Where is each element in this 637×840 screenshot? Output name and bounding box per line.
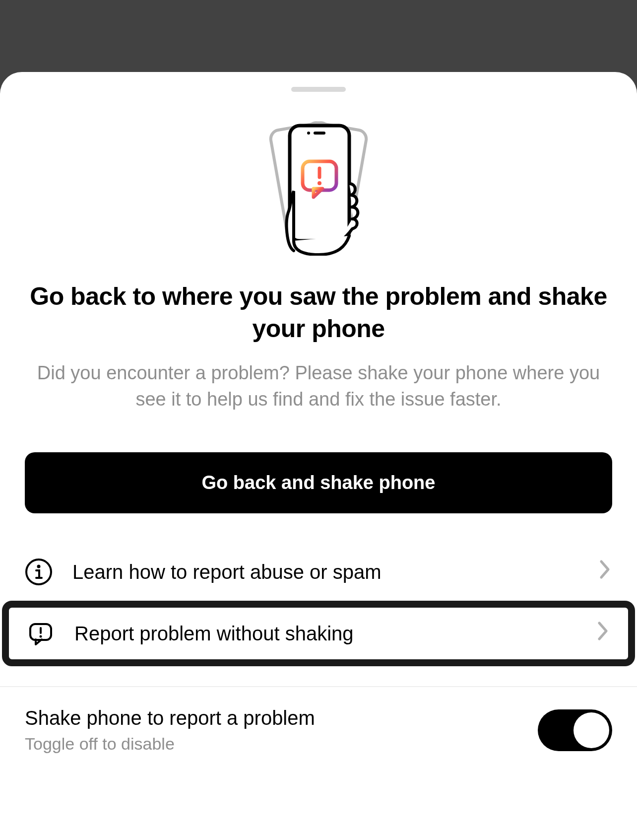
info-icon — [25, 558, 53, 586]
shake-toggle-section: Shake phone to report a problem Toggle o… — [0, 687, 637, 754]
svg-point-4 — [307, 132, 310, 135]
chat-alert-icon — [27, 620, 55, 647]
svg-point-7 — [318, 181, 321, 185]
sheet-title: Go back to where you saw the problem and… — [0, 280, 637, 345]
shake-report-toggle[interactable] — [538, 709, 612, 751]
toggle-title: Shake phone to report a problem — [25, 707, 538, 729]
svg-point-12 — [40, 635, 42, 638]
chevron-right-icon — [598, 559, 612, 585]
primary-button-label: Go back and shake phone — [202, 472, 436, 493]
sheet-subtitle: Did you encounter a problem? Please shak… — [0, 360, 637, 413]
toggle-text: Shake phone to report a problem Toggle o… — [25, 707, 538, 754]
row-label: Report problem without shaking — [74, 623, 596, 645]
svg-point-9 — [37, 565, 41, 568]
highlighted-row-frame: Report problem without shaking — [2, 601, 635, 666]
learn-report-abuse-row[interactable]: Learn how to report abuse or spam — [0, 543, 637, 601]
chevron-right-icon — [596, 620, 610, 647]
shake-phone-illustration — [0, 117, 637, 256]
toggle-subtitle: Toggle off to disable — [25, 734, 538, 754]
bottom-sheet: Go back to where you saw the problem and… — [0, 72, 637, 840]
toggle-knob — [573, 712, 609, 748]
report-without-shaking-row[interactable]: Report problem without shaking — [9, 608, 628, 659]
row-label: Learn how to report abuse or spam — [72, 561, 598, 583]
sheet-grabber[interactable] — [291, 87, 346, 92]
svg-rect-3 — [314, 132, 325, 135]
go-back-shake-button[interactable]: Go back and shake phone — [25, 452, 612, 513]
